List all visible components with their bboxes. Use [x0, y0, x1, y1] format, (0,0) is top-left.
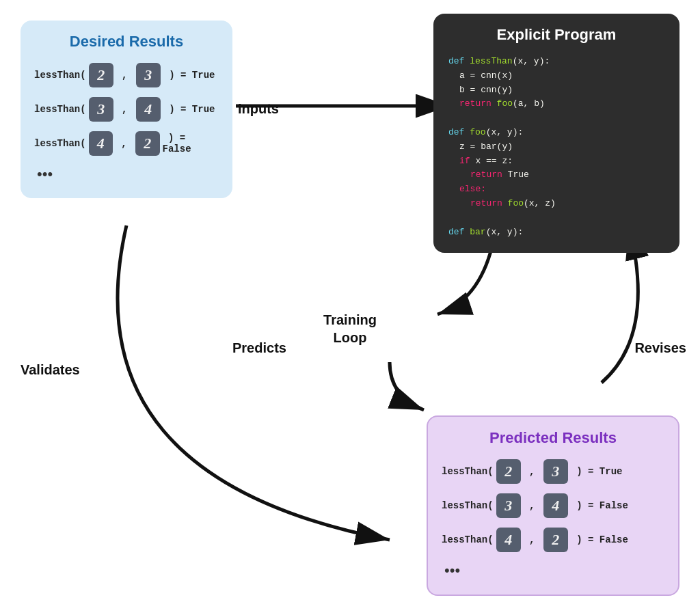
dr3-digit1: 4 — [89, 131, 113, 156]
desired-result-row-2: lessThan( 3 , 4 ) = True — [34, 97, 219, 122]
dr2-result: ) = True — [163, 104, 215, 115]
dr3-result: ) = False — [163, 133, 219, 154]
pr3-digit1: 4 — [496, 528, 521, 552]
dr1-result: ) = True — [163, 70, 215, 81]
dr2-digit2: 4 — [136, 97, 161, 122]
label-inputs: Inputs — [238, 101, 279, 117]
label-revises: Revises — [634, 340, 686, 356]
desired-results-box: Desired Results lessThan( 2 , 3 ) = True… — [21, 20, 232, 198]
predicted-results-box: Predicted Results lessThan( 2 , 3 ) = Tr… — [427, 415, 679, 596]
dr3-fn: lessThan( — [34, 138, 86, 149]
pr1-digit2: 3 — [543, 459, 568, 484]
dr1-comma: , — [116, 70, 133, 81]
predicted-result-row-3: lessThan( 4 , 2 ) = False — [442, 528, 664, 552]
dr3-digit2: 2 — [135, 131, 159, 156]
pr2-digit1: 3 — [496, 493, 521, 518]
explicit-program-title: Explicit Program — [448, 26, 664, 44]
dr3-comma: , — [116, 138, 133, 149]
label-validates: Validates — [21, 362, 80, 378]
code-block: def lessThan(x, y): a = cnn(x) b = cnn(y… — [448, 55, 664, 239]
pr1-result: ) = True — [571, 466, 623, 477]
pr2-digit2: 4 — [543, 493, 568, 518]
pr3-digit2: 2 — [543, 528, 568, 552]
predicted-results-dots: ••• — [444, 562, 664, 579]
pr3-comma: , — [524, 534, 541, 545]
pr1-comma: , — [524, 466, 541, 477]
explicit-program-box: Explicit Program def lessThan(x, y): a =… — [433, 14, 679, 253]
desired-results-dots: ••• — [37, 165, 219, 183]
pr3-fn: lessThan( — [442, 534, 494, 545]
pr2-comma: , — [524, 500, 541, 511]
desired-result-row-3: lessThan( 4 , 2 ) = False — [34, 131, 219, 156]
dr1-digit1: 2 — [89, 63, 113, 87]
dr2-comma: , — [116, 104, 133, 115]
pr1-digit1: 2 — [496, 459, 521, 484]
pr2-fn: lessThan( — [442, 500, 494, 511]
predicted-result-row-1: lessThan( 2 , 3 ) = True — [442, 459, 664, 484]
dr2-digit1: 3 — [89, 97, 113, 122]
predicted-result-row-2: lessThan( 3 , 4 ) = False — [442, 493, 664, 518]
label-predicts: Predicts — [232, 340, 286, 356]
dr1-digit2: 3 — [136, 63, 161, 87]
desired-result-row-1: lessThan( 2 , 3 ) = True — [34, 63, 219, 87]
pr1-fn: lessThan( — [442, 466, 494, 477]
dr1-fn: lessThan( — [34, 70, 86, 81]
pr2-result: ) = False — [571, 500, 628, 511]
dr2-fn: lessThan( — [34, 104, 86, 115]
pr3-result: ) = False — [571, 534, 628, 545]
diagram-container: Desired Results lessThan( 2 , 3 ) = True… — [0, 0, 700, 615]
desired-results-title: Desired Results — [34, 33, 219, 51]
predicted-results-title: Predicted Results — [442, 429, 664, 447]
label-training-loop: Training Loop — [323, 311, 377, 346]
